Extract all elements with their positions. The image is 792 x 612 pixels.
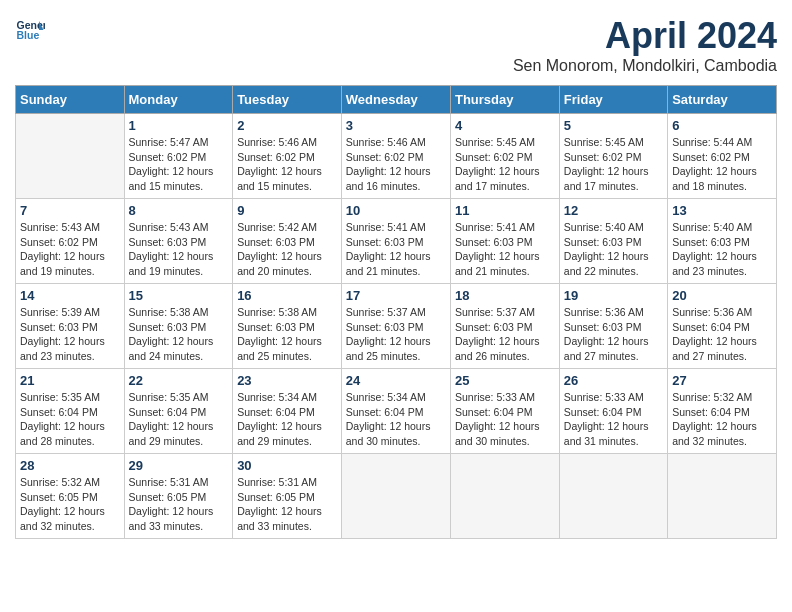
calendar-day-cell: 27Sunrise: 5:32 AMSunset: 6:04 PMDayligh…: [668, 369, 777, 454]
location-subtitle: Sen Monorom, Mondolkiri, Cambodia: [513, 57, 777, 75]
day-info: Sunrise: 5:33 AMSunset: 6:04 PMDaylight:…: [564, 390, 663, 449]
calendar-day-cell: 5Sunrise: 5:45 AMSunset: 6:02 PMDaylight…: [559, 114, 667, 199]
day-info: Sunrise: 5:38 AMSunset: 6:03 PMDaylight:…: [129, 305, 229, 364]
calendar-week-row: 1Sunrise: 5:47 AMSunset: 6:02 PMDaylight…: [16, 114, 777, 199]
day-info: Sunrise: 5:36 AMSunset: 6:04 PMDaylight:…: [672, 305, 772, 364]
day-info: Sunrise: 5:31 AMSunset: 6:05 PMDaylight:…: [129, 475, 229, 534]
calendar-header-row: SundayMondayTuesdayWednesdayThursdayFrid…: [16, 86, 777, 114]
day-number: 17: [346, 288, 446, 303]
day-info: Sunrise: 5:32 AMSunset: 6:04 PMDaylight:…: [672, 390, 772, 449]
day-number: 16: [237, 288, 337, 303]
day-number: 28: [20, 458, 120, 473]
day-of-week-header: Sunday: [16, 86, 125, 114]
calendar-day-cell: 30Sunrise: 5:31 AMSunset: 6:05 PMDayligh…: [233, 454, 342, 539]
calendar-day-cell: 12Sunrise: 5:40 AMSunset: 6:03 PMDayligh…: [559, 199, 667, 284]
title-block: April 2024 Sen Monorom, Mondolkiri, Camb…: [513, 15, 777, 75]
calendar-day-cell: 24Sunrise: 5:34 AMSunset: 6:04 PMDayligh…: [341, 369, 450, 454]
day-number: 6: [672, 118, 772, 133]
calendar-week-row: 14Sunrise: 5:39 AMSunset: 6:03 PMDayligh…: [16, 284, 777, 369]
day-info: Sunrise: 5:45 AMSunset: 6:02 PMDaylight:…: [564, 135, 663, 194]
calendar-day-cell: 9Sunrise: 5:42 AMSunset: 6:03 PMDaylight…: [233, 199, 342, 284]
day-number: 2: [237, 118, 337, 133]
day-number: 21: [20, 373, 120, 388]
calendar-day-cell: 18Sunrise: 5:37 AMSunset: 6:03 PMDayligh…: [450, 284, 559, 369]
day-info: Sunrise: 5:41 AMSunset: 6:03 PMDaylight:…: [455, 220, 555, 279]
day-info: Sunrise: 5:46 AMSunset: 6:02 PMDaylight:…: [346, 135, 446, 194]
day-info: Sunrise: 5:34 AMSunset: 6:04 PMDaylight:…: [346, 390, 446, 449]
day-number: 22: [129, 373, 229, 388]
day-info: Sunrise: 5:47 AMSunset: 6:02 PMDaylight:…: [129, 135, 229, 194]
day-number: 19: [564, 288, 663, 303]
day-number: 3: [346, 118, 446, 133]
calendar-day-cell: [450, 454, 559, 539]
day-number: 5: [564, 118, 663, 133]
day-number: 30: [237, 458, 337, 473]
day-info: Sunrise: 5:33 AMSunset: 6:04 PMDaylight:…: [455, 390, 555, 449]
logo: General Blue: [15, 15, 45, 45]
day-number: 25: [455, 373, 555, 388]
day-info: Sunrise: 5:46 AMSunset: 6:02 PMDaylight:…: [237, 135, 337, 194]
calendar-day-cell: [668, 454, 777, 539]
day-info: Sunrise: 5:38 AMSunset: 6:03 PMDaylight:…: [237, 305, 337, 364]
day-of-week-header: Monday: [124, 86, 233, 114]
calendar-day-cell: 22Sunrise: 5:35 AMSunset: 6:04 PMDayligh…: [124, 369, 233, 454]
calendar-day-cell: 19Sunrise: 5:36 AMSunset: 6:03 PMDayligh…: [559, 284, 667, 369]
day-number: 7: [20, 203, 120, 218]
calendar-day-cell: 17Sunrise: 5:37 AMSunset: 6:03 PMDayligh…: [341, 284, 450, 369]
calendar-day-cell: 25Sunrise: 5:33 AMSunset: 6:04 PMDayligh…: [450, 369, 559, 454]
day-of-week-header: Friday: [559, 86, 667, 114]
day-info: Sunrise: 5:31 AMSunset: 6:05 PMDaylight:…: [237, 475, 337, 534]
day-info: Sunrise: 5:40 AMSunset: 6:03 PMDaylight:…: [564, 220, 663, 279]
day-of-week-header: Thursday: [450, 86, 559, 114]
calendar-day-cell: 15Sunrise: 5:38 AMSunset: 6:03 PMDayligh…: [124, 284, 233, 369]
day-of-week-header: Wednesday: [341, 86, 450, 114]
calendar-table: SundayMondayTuesdayWednesdayThursdayFrid…: [15, 85, 777, 539]
day-number: 24: [346, 373, 446, 388]
day-number: 26: [564, 373, 663, 388]
day-number: 20: [672, 288, 772, 303]
day-info: Sunrise: 5:32 AMSunset: 6:05 PMDaylight:…: [20, 475, 120, 534]
calendar-day-cell: 3Sunrise: 5:46 AMSunset: 6:02 PMDaylight…: [341, 114, 450, 199]
calendar-day-cell: 20Sunrise: 5:36 AMSunset: 6:04 PMDayligh…: [668, 284, 777, 369]
calendar-day-cell: 26Sunrise: 5:33 AMSunset: 6:04 PMDayligh…: [559, 369, 667, 454]
day-number: 15: [129, 288, 229, 303]
day-of-week-header: Tuesday: [233, 86, 342, 114]
calendar-day-cell: 4Sunrise: 5:45 AMSunset: 6:02 PMDaylight…: [450, 114, 559, 199]
calendar-week-row: 21Sunrise: 5:35 AMSunset: 6:04 PMDayligh…: [16, 369, 777, 454]
day-info: Sunrise: 5:43 AMSunset: 6:02 PMDaylight:…: [20, 220, 120, 279]
calendar-day-cell: 13Sunrise: 5:40 AMSunset: 6:03 PMDayligh…: [668, 199, 777, 284]
calendar-day-cell: [16, 114, 125, 199]
calendar-week-row: 28Sunrise: 5:32 AMSunset: 6:05 PMDayligh…: [16, 454, 777, 539]
day-info: Sunrise: 5:44 AMSunset: 6:02 PMDaylight:…: [672, 135, 772, 194]
day-info: Sunrise: 5:42 AMSunset: 6:03 PMDaylight:…: [237, 220, 337, 279]
calendar-day-cell: 16Sunrise: 5:38 AMSunset: 6:03 PMDayligh…: [233, 284, 342, 369]
logo-icon: General Blue: [15, 15, 45, 45]
day-info: Sunrise: 5:43 AMSunset: 6:03 PMDaylight:…: [129, 220, 229, 279]
calendar-day-cell: 8Sunrise: 5:43 AMSunset: 6:03 PMDaylight…: [124, 199, 233, 284]
day-info: Sunrise: 5:37 AMSunset: 6:03 PMDaylight:…: [455, 305, 555, 364]
day-number: 10: [346, 203, 446, 218]
day-info: Sunrise: 5:34 AMSunset: 6:04 PMDaylight:…: [237, 390, 337, 449]
calendar-day-cell: 7Sunrise: 5:43 AMSunset: 6:02 PMDaylight…: [16, 199, 125, 284]
day-number: 14: [20, 288, 120, 303]
calendar-day-cell: 21Sunrise: 5:35 AMSunset: 6:04 PMDayligh…: [16, 369, 125, 454]
calendar-day-cell: 23Sunrise: 5:34 AMSunset: 6:04 PMDayligh…: [233, 369, 342, 454]
calendar-day-cell: 28Sunrise: 5:32 AMSunset: 6:05 PMDayligh…: [16, 454, 125, 539]
calendar-day-cell: 2Sunrise: 5:46 AMSunset: 6:02 PMDaylight…: [233, 114, 342, 199]
svg-text:Blue: Blue: [17, 29, 40, 41]
day-info: Sunrise: 5:39 AMSunset: 6:03 PMDaylight:…: [20, 305, 120, 364]
day-number: 27: [672, 373, 772, 388]
day-number: 29: [129, 458, 229, 473]
calendar-day-cell: [341, 454, 450, 539]
day-info: Sunrise: 5:45 AMSunset: 6:02 PMDaylight:…: [455, 135, 555, 194]
day-number: 23: [237, 373, 337, 388]
day-info: Sunrise: 5:36 AMSunset: 6:03 PMDaylight:…: [564, 305, 663, 364]
day-number: 8: [129, 203, 229, 218]
day-number: 13: [672, 203, 772, 218]
day-number: 1: [129, 118, 229, 133]
day-info: Sunrise: 5:41 AMSunset: 6:03 PMDaylight:…: [346, 220, 446, 279]
day-number: 18: [455, 288, 555, 303]
calendar-day-cell: 6Sunrise: 5:44 AMSunset: 6:02 PMDaylight…: [668, 114, 777, 199]
day-info: Sunrise: 5:35 AMSunset: 6:04 PMDaylight:…: [129, 390, 229, 449]
day-number: 12: [564, 203, 663, 218]
